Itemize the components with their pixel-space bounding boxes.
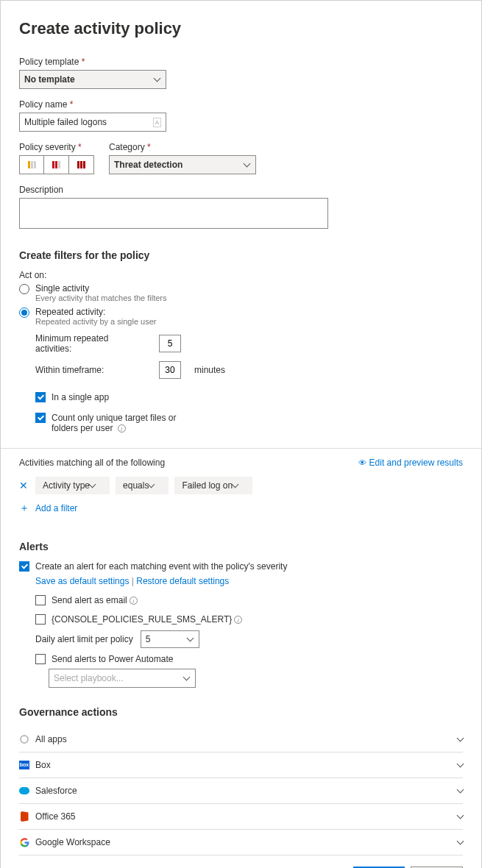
timeframe-label: Within timeframe: xyxy=(35,365,146,375)
governance-label: Office 365 xyxy=(35,811,75,822)
playbook-select[interactable]: Select playbook... xyxy=(49,669,196,688)
single-app-checkbox[interactable]: In a single app xyxy=(35,392,463,402)
governance-label: All apps xyxy=(35,734,67,744)
plus-icon: ＋ xyxy=(19,502,29,515)
policy-name-value: Multiple failed logons xyxy=(24,117,107,127)
power-automate-checkbox[interactable]: Send alerts to Power Automate xyxy=(35,654,463,664)
all-apps-icon xyxy=(19,734,29,744)
power-automate-label: Send alerts to Power Automate xyxy=(52,654,173,664)
chevron-down-icon xyxy=(244,160,249,170)
checkbox-icon xyxy=(35,392,46,402)
checkbox-icon xyxy=(35,413,46,423)
policy-name-label: Policy name xyxy=(19,99,463,110)
severity-medium-button[interactable] xyxy=(44,155,69,174)
office365-icon xyxy=(19,811,29,822)
chevron-down-icon xyxy=(458,786,463,796)
chevron-down-icon xyxy=(184,673,189,683)
category-select[interactable]: Threat detection xyxy=(109,155,256,174)
governance-row-salesforce[interactable]: Salesforce xyxy=(19,778,463,804)
chevron-down-icon xyxy=(458,811,463,822)
min-activities-input[interactable] xyxy=(159,335,181,352)
remove-filter-button[interactable]: ✕ xyxy=(19,480,29,491)
chevron-down-icon xyxy=(233,480,238,491)
policy-template-label: Policy template xyxy=(19,57,463,67)
chevron-down-icon xyxy=(458,734,463,744)
chevron-down-icon xyxy=(458,837,463,847)
chevron-down-icon xyxy=(90,480,95,491)
info-icon xyxy=(118,424,126,433)
severity-label: Policy severity xyxy=(19,142,94,152)
checkbox-icon xyxy=(19,561,29,572)
governance-label: Google Workspace xyxy=(35,837,110,847)
salesforce-icon xyxy=(19,786,29,796)
single-app-label: In a single app xyxy=(52,392,109,402)
severity-low-button[interactable] xyxy=(19,155,44,174)
timeframe-unit: minutes xyxy=(194,365,225,375)
act-on-label: Act on: xyxy=(19,270,463,280)
add-filter-label: Add a filter xyxy=(35,503,77,513)
add-filter-button[interactable]: ＋ Add a filter xyxy=(19,502,463,515)
checkbox-icon xyxy=(35,654,46,664)
min-activities-label: Minimum repeated activities: xyxy=(35,333,146,354)
google-workspace-icon xyxy=(19,837,29,847)
daily-limit-select[interactable]: 5 xyxy=(141,630,199,648)
alerts-heading: Alerts xyxy=(19,541,463,552)
governance-row-all-apps[interactable]: All apps xyxy=(19,727,463,753)
save-default-link[interactable]: Save as default settings xyxy=(35,576,129,586)
unique-targets-checkbox[interactable]: Count only unique target files or folder… xyxy=(35,413,205,433)
info-icon xyxy=(234,616,242,624)
single-activity-sub: Every activity that matches the filters xyxy=(35,294,167,302)
repeated-activity-sub: Repeated activity by a single user xyxy=(35,317,156,326)
eye-icon xyxy=(358,458,369,468)
policy-name-input[interactable]: Multiple failed logons A xyxy=(19,113,166,132)
daily-limit-label: Daily alert limit per policy xyxy=(35,634,133,644)
sms-alert-checkbox[interactable]: {CONSOLE_POLICIES_RULE_SMS_ALERT} xyxy=(35,614,463,625)
governance-heading: Governance actions xyxy=(19,706,463,718)
input-hint-icon: A xyxy=(153,118,161,127)
chevron-down-icon xyxy=(188,634,193,644)
chevron-down-icon xyxy=(155,74,160,85)
checkbox-icon xyxy=(35,595,46,605)
email-alert-checkbox[interactable]: Send alert as email xyxy=(35,595,463,605)
checkbox-icon xyxy=(35,614,46,625)
daily-limit-value: 5 xyxy=(146,634,151,644)
sms-alert-label: {CONSOLE_POLICIES_RULE_SMS_ALERT} xyxy=(52,614,232,625)
filter-value-select[interactable]: Failed log on xyxy=(174,477,252,494)
playbook-placeholder: Select playbook... xyxy=(54,673,124,683)
edit-preview-link[interactable]: Edit and preview results xyxy=(358,458,463,468)
policy-template-value: No template xyxy=(24,74,75,85)
info-icon xyxy=(130,597,138,605)
match-label: Activities matching all of the following xyxy=(19,458,165,468)
single-activity-title: Single activity xyxy=(35,283,167,294)
governance-label: Box xyxy=(35,760,51,770)
severity-high-button[interactable] xyxy=(69,155,94,174)
filters-heading: Create filters for the policy xyxy=(19,249,463,261)
act-on-single-radio[interactable]: Single activity Every activity that matc… xyxy=(19,283,463,302)
description-textarea[interactable] xyxy=(19,198,328,229)
timeframe-input[interactable] xyxy=(159,361,181,379)
email-alert-label: Send alert as email xyxy=(52,595,127,605)
create-alert-checkbox[interactable]: Create an alert for each matching event … xyxy=(19,561,463,572)
restore-default-link[interactable]: Restore default settings xyxy=(136,576,229,586)
act-on-repeated-radio[interactable]: Repeated activity: Repeated activity by … xyxy=(19,307,463,326)
filter-op-select[interactable]: equals xyxy=(116,477,169,494)
description-label: Description xyxy=(19,185,463,195)
governance-row-google[interactable]: Google Workspace xyxy=(19,830,463,855)
category-label: Category xyxy=(109,142,256,152)
governance-row-box[interactable]: box Box xyxy=(19,753,463,778)
create-alert-label: Create an alert for each matching event … xyxy=(35,561,287,572)
policy-template-select[interactable]: No template xyxy=(19,70,166,89)
radio-icon xyxy=(19,307,29,318)
box-icon: box xyxy=(19,760,29,770)
severity-group xyxy=(19,155,94,174)
category-value: Threat detection xyxy=(114,160,182,170)
page-title: Create activity policy xyxy=(19,19,463,38)
repeated-activity-title: Repeated activity: xyxy=(35,307,156,317)
governance-label: Salesforce xyxy=(35,786,77,796)
chevron-down-icon xyxy=(458,760,463,770)
chevron-down-icon xyxy=(149,480,154,491)
unique-targets-label: Count only unique target files or folder… xyxy=(52,413,205,433)
filter-field-select[interactable]: Activity type xyxy=(35,477,110,494)
radio-icon xyxy=(19,284,29,294)
governance-row-office365[interactable]: Office 365 xyxy=(19,804,463,830)
